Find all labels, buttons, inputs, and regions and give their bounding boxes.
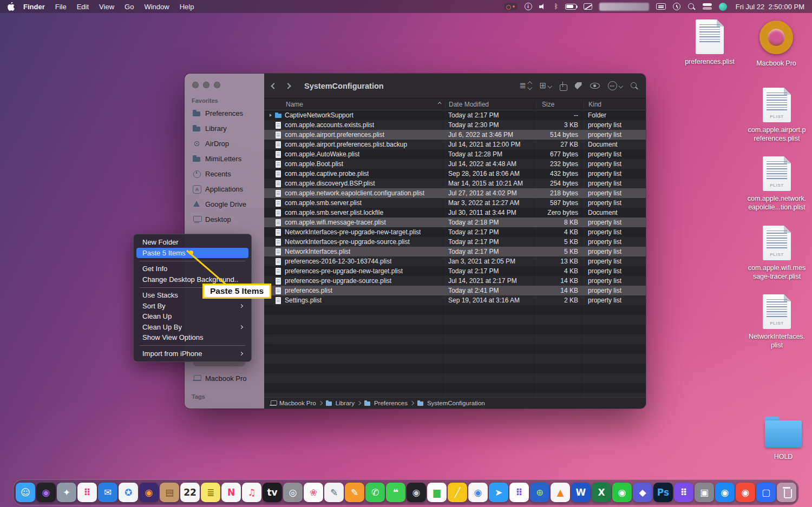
disclosure-triangle-icon[interactable] [270, 114, 272, 117]
menubar-menu-view[interactable]: View [99, 3, 114, 11]
group-view-button[interactable]: ⊞ [539, 82, 551, 90]
dock-icon-files[interactable]: ▤ [160, 483, 179, 502]
menubar-menu-file[interactable]: File [55, 3, 67, 11]
status-icon-volume[interactable] [539, 3, 547, 10]
file-row-com-apple-airport-preferences-plist-backup[interactable]: com.apple.airport.preferences.plist.back… [264, 140, 646, 149]
sidebar-item-library[interactable]: Library [188, 121, 261, 136]
dock-icon-news[interactable]: N [221, 483, 241, 502]
context-menu-item-sort-by[interactable]: Sort By [136, 301, 248, 312]
file-row-com-apple-smb-server-plist-lockfile[interactable]: com.apple.smb.server.plist.lockfile Jul … [264, 208, 646, 218]
status-icon-battery[interactable] [565, 4, 577, 10]
file-row-preferences-plist[interactable]: preferences.plist Today at 2:41 PM 14 KB… [264, 286, 646, 295]
path-crumb-library[interactable]: Library [316, 400, 355, 406]
search-button[interactable] [630, 82, 638, 90]
dock-icon-firefox[interactable]: ◉ [139, 483, 159, 502]
close-button[interactable] [192, 82, 199, 88]
dock-icon-vlc[interactable]: ▲ [551, 483, 570, 502]
sidebar-item-airdrop[interactable]: AirDrop [188, 136, 261, 151]
desktop-icon-preferences-plist[interactable]: preferences.plist [678, 19, 742, 66]
sidebar-item-google-drive[interactable]: Google Drive [188, 196, 261, 212]
dock-icon-preview[interactable]: ✎ [324, 483, 344, 502]
dock-icon-pages[interactable]: ✎ [345, 483, 364, 502]
dock-icon-calendar[interactable]: 22 [180, 483, 200, 502]
sidebar-item-preferences[interactable]: Preferences [188, 106, 261, 121]
file-row-captivenetworksupport[interactable]: CaptiveNetworkSupport Today at 2:17 PM -… [264, 110, 646, 120]
file-row-networkinterfaces-pre-upgrade-source-plist[interactable]: NetworkInterfaces-pre-upgrade-source.pli… [264, 237, 646, 247]
dock-icon-mail[interactable]: ✉ [98, 483, 117, 502]
file-row-com-apple-accounts-exists-plist[interactable]: com.apple.accounts.exists.plist Today at… [264, 120, 646, 130]
dock-icon-music[interactable]: ♫ [242, 483, 261, 502]
dock-icon-tv[interactable]: tv [263, 483, 282, 502]
dock-icon-telegram[interactable]: ➤ [489, 483, 508, 502]
status-icon-user-avatar[interactable] [719, 3, 727, 11]
menubar-menu-help[interactable]: Help [180, 3, 194, 11]
context-menu-item[interactable] [140, 345, 245, 346]
path-crumb-macbook-pro[interactable]: Macbook Pro [270, 400, 316, 406]
column-header-kind[interactable]: Kind [584, 101, 646, 108]
dock-icon-launchpad[interactable]: ✦ [57, 483, 76, 502]
dock-icon-finder[interactable]: ☺ [16, 483, 35, 502]
context-menu-item-clean-up[interactable]: Clean Up [136, 311, 248, 322]
file-row-com-apple-airport-preferences-plist[interactable]: com.apple.airport.preferences.plist Jul … [264, 130, 646, 140]
context-menu-item-show-view-options[interactable]: Show View Options [136, 332, 248, 343]
desktop-icon-networkinterfaces[interactable]: PLIST NetworkInterfaces. plist [745, 294, 809, 350]
sidebar-item-applications[interactable]: Applications [188, 181, 261, 196]
list-view-button[interactable]: ≣ [519, 82, 531, 90]
file-row-com-apple-discoveryd-bsp-plist[interactable]: com.apple.discoveryd.BSP.plist Mar 14, 2… [264, 179, 646, 188]
file-row-com-apple-wifi-message-tracer-plist[interactable]: com.apple.wifi.message-tracer.plist Toda… [264, 218, 646, 227]
file-row-preferences-pre-upgrade-source-plist[interactable]: preferences-pre-upgrade-source.plist Jul… [264, 276, 646, 286]
dock-icon-excel[interactable]: X [592, 483, 611, 502]
file-row-preferences-2016-12-30-163744-plist[interactable]: preferences-2016-12-30-163744.plist Jan … [264, 256, 646, 266]
file-row-networkinterfaces-pre-upgrade-new-target-plist[interactable]: NetworkInterfaces-pre-upgrade-new-target… [264, 227, 646, 237]
forward-button[interactable] [286, 84, 290, 88]
context-menu-item-paste-5-items[interactable]: Paste 5 Items [136, 248, 248, 259]
dock-icon-chrome[interactable]: ◉ [468, 483, 488, 502]
dock-icon-photoshop[interactable]: Ps [653, 483, 673, 502]
desktop-icon-airport-preferences[interactable]: PLIST com.apple.airport.p references.pli… [745, 88, 809, 143]
file-row-com-apple-smb-server-plist[interactable]: com.apple.smb.server.plist Mar 3, 2022 a… [264, 198, 646, 208]
dock-icon-photo-booth[interactable]: ◎ [283, 483, 303, 502]
status-icon-display-strike[interactable] [584, 3, 592, 10]
tag-button[interactable] [575, 82, 582, 89]
dock-icon-trash[interactable] [777, 483, 796, 502]
desktop-icon-macbook-pro-volume[interactable]: Macbook Pro [745, 21, 807, 68]
status-icon-redacted-status-area[interactable] [599, 3, 649, 11]
status-icon-info[interactable] [525, 3, 532, 10]
desktop-icon-hold-folder[interactable]: HOLD [753, 417, 812, 461]
path-crumb-systemconfiguration[interactable]: SystemConfiguration [408, 400, 485, 406]
file-row-com-apple-network-eapolclient-configuration-plist[interactable]: com.apple.network.eapolclient.configurat… [264, 188, 646, 198]
dock-icon-photos[interactable]: ❀ [304, 483, 323, 502]
minimize-button[interactable] [203, 82, 209, 88]
dock-icon-facetime[interactable]: ✆ [365, 483, 385, 502]
dock-icon-green-app[interactable]: ◉ [612, 483, 632, 502]
quicklook-button[interactable] [590, 83, 600, 89]
dock-icon-gray-app[interactable]: ▣ [695, 483, 714, 502]
dock-icon-siri[interactable]: ◉ [36, 483, 56, 502]
dock-icon-indigo-app[interactable]: ◆ [633, 483, 652, 502]
status-icon-spotlight-search[interactable] [687, 3, 696, 11]
column-header-size[interactable]: Size [536, 101, 584, 108]
dock-icon-blue-square-app[interactable]: ▢ [756, 483, 776, 502]
dock-icon-app-grid[interactable]: ⠿ [509, 483, 529, 502]
sidebar-item-mimiletters[interactable]: MimiLetters [188, 151, 261, 166]
dock-icon-keynote[interactable]: ╱ [448, 483, 467, 502]
dock-icon-podcasts[interactable]: ◉ [407, 483, 426, 502]
file-row-com-apple-autowake-plist[interactable]: com.apple.AutoWake.plist Today at 12:28 … [264, 149, 646, 159]
status-icon-time-machine[interactable] [673, 3, 680, 10]
context-menu-item-new-folder[interactable]: New Folder [136, 237, 248, 248]
dock-icon-safari[interactable]: ✪ [119, 483, 138, 502]
desktop-icon-wifi-message-tracer[interactable]: PLIST com.apple.wifi.mes sage-tracer.pli… [745, 226, 809, 281]
file-row-settings-plist[interactable]: Settings.plist Sep 19, 2014 at 3:16 AM 2… [264, 295, 646, 305]
sidebar-item-desktop[interactable]: Desktop [188, 212, 261, 227]
file-row-com-apple-captive-probe-plist[interactable]: com.apple.captive.probe.plist Sep 28, 20… [264, 169, 646, 179]
menubar-clock[interactable]: Fri Jul 22 2:50:00 PM [736, 3, 804, 11]
path-crumb-preferences[interactable]: Preferences [355, 400, 408, 406]
status-icon-control-center[interactable] [703, 3, 712, 10]
more-actions-button[interactable]: ••• [608, 81, 623, 90]
back-button[interactable] [272, 84, 276, 88]
sidebar-item-macbook-pro[interactable]: Macbook Pro [188, 371, 261, 386]
context-menu-item[interactable] [140, 261, 245, 261]
apple-menu[interactable] [8, 2, 15, 11]
column-header-name[interactable]: Name [264, 101, 445, 108]
file-row-com-apple-boot-plist[interactable]: com.apple.Boot.plist Jul 14, 2022 at 4:4… [264, 159, 646, 169]
